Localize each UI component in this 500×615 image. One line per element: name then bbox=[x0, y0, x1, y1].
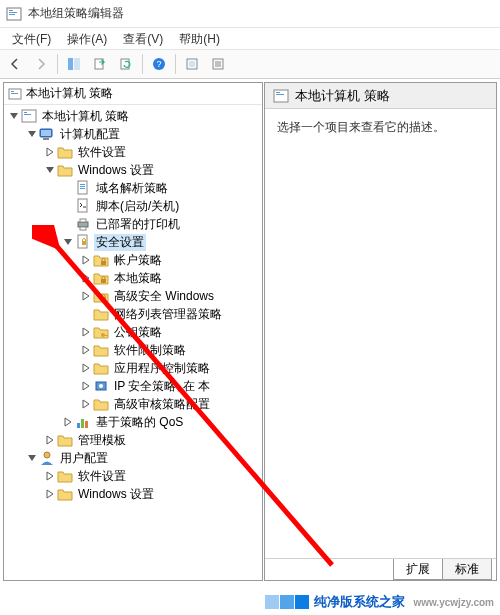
folder-icon bbox=[93, 306, 109, 322]
svg-text:?: ? bbox=[156, 59, 161, 69]
tree-node[interactable]: 基于策略的 QoS bbox=[4, 413, 262, 431]
export-button[interactable] bbox=[88, 52, 112, 76]
tree-node-label: 公钥策略 bbox=[112, 324, 164, 341]
svg-rect-18 bbox=[11, 93, 18, 94]
menu-help[interactable]: 帮助(H) bbox=[171, 30, 228, 47]
tree-node-label: 管理模板 bbox=[76, 432, 128, 449]
tree-node[interactable]: 软件限制策略 bbox=[4, 341, 262, 359]
tree-node[interactable]: 网络列表管理器策略 bbox=[4, 305, 262, 323]
tree-node[interactable]: 高级安全 Windows bbox=[4, 287, 262, 305]
tree-node[interactable]: 用户配置 bbox=[4, 449, 262, 467]
svg-rect-47 bbox=[276, 92, 280, 93]
svg-rect-26 bbox=[80, 184, 85, 185]
tree-node[interactable]: 本地计算机 策略 bbox=[4, 107, 262, 125]
chart-icon bbox=[75, 414, 91, 430]
twisty-icon[interactable] bbox=[26, 452, 38, 464]
folderlock-icon bbox=[93, 252, 109, 268]
detail-pane: 本地计算机 策略 选择一个项目来查看它的描述。 扩展 标准 bbox=[264, 82, 497, 581]
menu-file[interactable]: 文件(F) bbox=[4, 30, 59, 47]
back-button[interactable] bbox=[3, 52, 27, 76]
tree-node-label: 高级安全 Windows bbox=[112, 288, 216, 305]
doc-icon bbox=[75, 180, 91, 196]
svg-rect-48 bbox=[276, 94, 284, 95]
extra-button-1[interactable] bbox=[180, 52, 204, 76]
toolbar-separator bbox=[175, 54, 176, 74]
refresh-button[interactable] bbox=[114, 52, 138, 76]
folderlock-icon bbox=[93, 270, 109, 286]
watermark-square-icon bbox=[280, 595, 294, 609]
twisty-icon[interactable] bbox=[44, 488, 56, 500]
tree-node[interactable]: 已部署的打印机 bbox=[4, 215, 262, 233]
twisty-icon[interactable] bbox=[80, 380, 92, 392]
twisty-icon[interactable] bbox=[44, 470, 56, 482]
tree-node-label: 已部署的打印机 bbox=[94, 216, 182, 233]
extra-button-2[interactable] bbox=[206, 52, 230, 76]
menu-action[interactable]: 操作(A) bbox=[59, 30, 115, 47]
tree-scroll[interactable]: 本地计算机 策略计算机配置软件设置Windows 设置域名解析策略脚本(启动/关… bbox=[4, 105, 262, 580]
tree-node[interactable]: 安全设置 bbox=[4, 233, 262, 251]
svg-rect-36 bbox=[101, 279, 106, 283]
tree-node[interactable]: 域名解析策略 bbox=[4, 179, 262, 197]
twisty-icon[interactable] bbox=[80, 362, 92, 374]
details-view-button[interactable] bbox=[62, 52, 86, 76]
svg-rect-3 bbox=[9, 14, 15, 15]
tree-node[interactable]: Windows 设置 bbox=[4, 161, 262, 179]
tree-node-label: 高级审核策略配置 bbox=[112, 396, 212, 413]
tree-node[interactable]: 软件设置 bbox=[4, 467, 262, 485]
tree-node-label: 本地计算机 策略 bbox=[40, 108, 131, 125]
tree-node[interactable]: 计算机配置 bbox=[4, 125, 262, 143]
svg-rect-4 bbox=[68, 58, 73, 70]
tree-node[interactable]: Windows 设置 bbox=[4, 485, 262, 503]
policy-icon bbox=[8, 87, 22, 101]
folder-icon bbox=[93, 342, 109, 358]
menu-view[interactable]: 查看(V) bbox=[115, 30, 171, 47]
detail-tabs: 扩展 标准 bbox=[265, 558, 496, 580]
tree-node[interactable]: 脚本(启动/关机) bbox=[4, 197, 262, 215]
toolbar: ? bbox=[0, 49, 500, 79]
svg-rect-11 bbox=[189, 61, 195, 67]
twisty-icon[interactable] bbox=[8, 110, 20, 122]
help-button[interactable]: ? bbox=[147, 52, 171, 76]
twisty-icon[interactable] bbox=[62, 236, 74, 248]
tree-node-label: 软件设置 bbox=[76, 144, 128, 161]
twisty-icon[interactable] bbox=[44, 146, 56, 158]
ipsec-icon bbox=[93, 378, 109, 394]
tab-standard[interactable]: 标准 bbox=[442, 559, 492, 580]
twisty-icon[interactable] bbox=[80, 290, 92, 302]
twisty-icon[interactable] bbox=[26, 128, 38, 140]
tree-node[interactable]: 应用程序控制策略 bbox=[4, 359, 262, 377]
twisty-icon[interactable] bbox=[44, 164, 56, 176]
tree-node-label: 基于策略的 QoS bbox=[94, 414, 185, 431]
folder-icon bbox=[93, 396, 109, 412]
forward-button[interactable] bbox=[29, 52, 53, 76]
svg-rect-1 bbox=[9, 10, 13, 11]
twisty-icon[interactable] bbox=[80, 398, 92, 410]
tab-extended[interactable]: 扩展 bbox=[393, 559, 443, 580]
script-icon bbox=[75, 198, 91, 214]
svg-rect-30 bbox=[78, 222, 88, 227]
twisty-icon[interactable] bbox=[80, 272, 92, 284]
svg-rect-37 bbox=[101, 297, 106, 301]
tree-node[interactable]: 帐户策略 bbox=[4, 251, 262, 269]
watermark-square-icon bbox=[265, 595, 279, 609]
app-icon bbox=[6, 6, 22, 22]
svg-rect-28 bbox=[80, 188, 85, 189]
twisty-icon[interactable] bbox=[44, 434, 56, 446]
tree-node[interactable]: 管理模板 bbox=[4, 431, 262, 449]
twisty-icon[interactable] bbox=[80, 326, 92, 338]
twisty-icon bbox=[62, 182, 74, 194]
tree-node[interactable]: 高级审核策略配置 bbox=[4, 395, 262, 413]
tree-node[interactable]: 软件设置 bbox=[4, 143, 262, 161]
tree-node[interactable]: 本地策略 bbox=[4, 269, 262, 287]
tree-pane: 本地计算机 策略 本地计算机 策略计算机配置软件设置Windows 设置域名解析… bbox=[3, 82, 263, 581]
twisty-icon[interactable] bbox=[80, 344, 92, 356]
tree-node-label: 软件设置 bbox=[76, 468, 128, 485]
tree-node[interactable]: IP 安全策略, 在 本 bbox=[4, 377, 262, 395]
twisty-icon[interactable] bbox=[62, 416, 74, 428]
twisty-icon bbox=[62, 200, 74, 212]
svg-rect-32 bbox=[80, 227, 86, 230]
tree-node[interactable]: 公钥策略 bbox=[4, 323, 262, 341]
tree-header: 本地计算机 策略 bbox=[4, 83, 262, 105]
twisty-icon[interactable] bbox=[80, 254, 92, 266]
horizontal-scrollbar[interactable] bbox=[4, 580, 262, 581]
